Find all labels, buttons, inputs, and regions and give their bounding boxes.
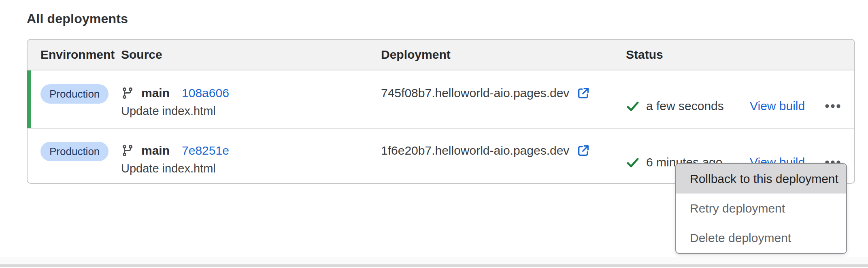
deployment-url: 1f6e20b7.helloworld-aio.pages.dev xyxy=(381,144,569,157)
menu-item-retry[interactable]: Retry deployment xyxy=(676,194,846,223)
footer-band xyxy=(0,257,868,264)
deployments-page: All deployments Environment Source Deplo… xyxy=(0,0,868,268)
status-time: a few seconds xyxy=(646,99,724,113)
environment-badge: Production xyxy=(40,84,108,104)
menu-item-delete[interactable]: Delete deployment xyxy=(676,223,846,253)
header-deployment: Deployment xyxy=(381,48,626,62)
deployment-actions-menu: Rollback to this deployment Retry deploy… xyxy=(675,163,847,254)
kebab-menu-icon[interactable] xyxy=(824,101,841,111)
external-link-icon[interactable] xyxy=(577,86,590,100)
git-branch-icon xyxy=(121,87,134,100)
branch-name: main xyxy=(141,144,170,157)
table-header-row: Environment Source Deployment Status xyxy=(28,40,854,70)
header-status: Status xyxy=(626,48,854,62)
page-title: All deployments xyxy=(27,11,128,26)
deployments-table: Environment Source Deployment Status Pro… xyxy=(27,39,855,184)
view-build-link[interactable]: View build xyxy=(750,99,805,113)
branch-name: main xyxy=(141,86,170,100)
commit-link[interactable]: 108a606 xyxy=(182,86,229,100)
deployment-url: 745f08b7.helloworld-aio.pages.dev xyxy=(381,86,569,100)
menu-item-rollback[interactable]: Rollback to this deployment xyxy=(676,164,846,194)
table-row: Production main 108a606 Update index.htm… xyxy=(28,70,854,128)
commit-link[interactable]: 7e8251e xyxy=(182,144,229,157)
header-source: Source xyxy=(121,48,381,62)
check-icon xyxy=(626,155,640,169)
commit-message: Update index.html xyxy=(121,104,381,117)
git-branch-icon xyxy=(121,144,134,157)
check-icon xyxy=(626,99,640,113)
external-link-icon[interactable] xyxy=(577,144,590,157)
commit-message: Update index.html xyxy=(121,162,381,175)
header-environment: Environment xyxy=(28,48,121,62)
environment-badge: Production xyxy=(40,142,108,161)
footer-divider xyxy=(0,264,868,267)
